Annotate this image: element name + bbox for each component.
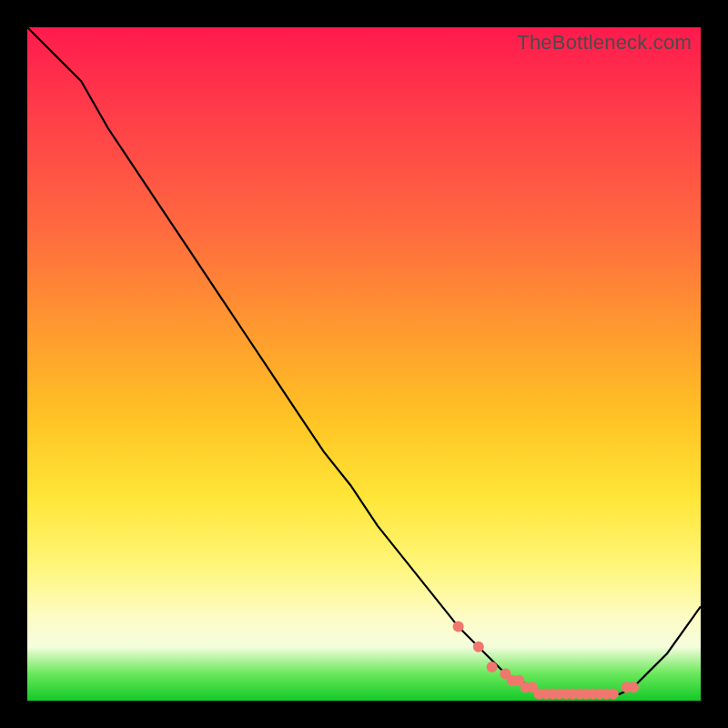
marker-dot [453, 622, 464, 632]
curve-layer [27, 27, 701, 701]
marker-dots [453, 622, 639, 700]
marker-dot [608, 689, 619, 700]
plot-area: TheBottleneck.com [27, 27, 701, 701]
marker-dot [487, 662, 498, 672]
marker-dot [473, 642, 484, 652]
chart-frame: TheBottleneck.com [0, 0, 728, 728]
marker-dot [628, 682, 639, 693]
main-curve [27, 27, 701, 694]
